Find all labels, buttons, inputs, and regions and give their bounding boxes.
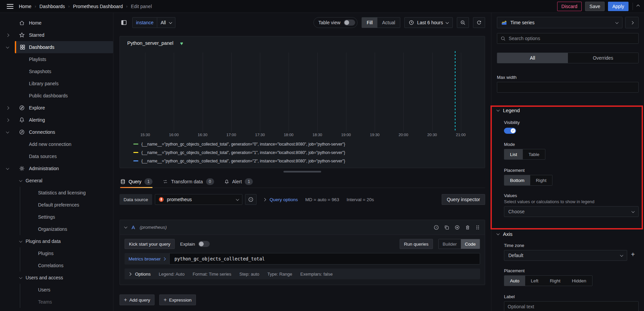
sidebar-item-starred[interactable]: Starred — [0, 29, 113, 41]
sidebar-item-alerting[interactable]: Alerting — [0, 114, 113, 126]
sidebar-item-users[interactable]: Users — [20, 284, 113, 296]
sidebar-item-default-preferences[interactable]: Default preferences — [20, 199, 113, 211]
breadcrumb-home[interactable]: Home — [19, 4, 31, 9]
legend-section-header[interactable]: Legend — [497, 107, 639, 113]
add-time-zone-button[interactable]: + — [627, 251, 639, 258]
chevron-down-icon[interactable] — [6, 130, 9, 133]
panel-resize-handle[interactable] — [283, 171, 321, 173]
variable-label[interactable]: instance — [132, 17, 157, 28]
sidebar-item-correlations[interactable]: Correlations — [20, 259, 113, 272]
time-range-picker[interactable]: Last 6 hours — [404, 17, 453, 28]
sidebar-item-users-and-access[interactable]: Users and access — [0, 272, 113, 284]
zoom-out-button[interactable] — [457, 17, 469, 28]
actual-option[interactable]: Actual — [377, 18, 400, 28]
query-options-toggle[interactable]: Query options — [270, 197, 298, 202]
chevron-down-icon[interactable] — [6, 166, 9, 170]
placement-bottom-option[interactable]: Bottom — [504, 175, 530, 185]
axis-label-input[interactable]: Optional text — [504, 301, 639, 311]
legend-item[interactable]: {__name__="python_gc_objects_collected_t… — [133, 148, 480, 157]
discard-button[interactable]: Discard — [557, 2, 582, 11]
query-row-header[interactable]: A (prometheus) ? — [120, 220, 485, 235]
chevron-right-icon[interactable] — [6, 33, 9, 37]
sidebar-item-organizations[interactable]: Organizations — [20, 223, 113, 235]
chevron-down-icon[interactable] — [6, 45, 9, 49]
query-help-icon[interactable]: ? — [434, 225, 439, 230]
axis-placement-auto[interactable]: Auto — [504, 276, 525, 286]
chevron-down-icon[interactable] — [19, 239, 22, 243]
chevron-down-icon[interactable] — [19, 276, 22, 279]
chevron-right-icon[interactable] — [6, 118, 9, 122]
apply-button[interactable]: Apply — [608, 2, 629, 11]
tab-overrides[interactable]: Overrides — [568, 53, 639, 63]
sidebar-item-playlists[interactable]: Playlists — [0, 53, 113, 65]
time-zone-select[interactable]: Default — [504, 250, 627, 261]
options-toggle[interactable]: Options — [129, 272, 151, 277]
code-option[interactable]: Code — [461, 239, 480, 249]
sidebar-item-explore[interactable]: Explore — [0, 102, 113, 114]
sidebar-item-home[interactable]: Home — [0, 17, 113, 29]
data-source-help-icon[interactable]: ? — [245, 194, 257, 205]
mode-list-option[interactable]: List — [504, 149, 523, 159]
panel-title[interactable]: Python_server_panel — [127, 40, 173, 46]
query-options-bar[interactable]: Options Legend: Auto Format: Time series… — [125, 269, 480, 279]
sidebar-item-settings[interactable]: Settings — [20, 211, 113, 223]
table-view-toggle[interactable] — [344, 20, 355, 26]
axis-placement-hidden[interactable]: Hidden — [566, 276, 592, 286]
axis-placement-left[interactable]: Left — [525, 276, 544, 286]
placement-right-option[interactable]: Right — [530, 175, 552, 185]
sidebar-item-public-dashboards[interactable]: Public dashboards — [0, 90, 113, 102]
explain-toggle[interactable] — [198, 241, 210, 247]
max-width-input[interactable] — [497, 82, 639, 93]
collapse-options-pane-button[interactable] — [625, 17, 639, 28]
duplicate-query-icon[interactable] — [444, 225, 449, 230]
breadcrumb-dashboards[interactable]: Dashboards — [39, 4, 65, 9]
collapse-header-icon[interactable] — [637, 5, 640, 8]
chevron-right-icon[interactable] — [263, 198, 266, 201]
builder-option[interactable]: Builder — [439, 239, 461, 249]
sidebar-item-add-new-connection[interactable]: Add new connection — [0, 138, 113, 150]
metrics-browser-button[interactable]: Metrics browser — [125, 253, 169, 265]
chart-plot-area[interactable] — [133, 50, 473, 132]
search-options-input[interactable]: Search options — [497, 33, 639, 44]
breadcrumb-dashboard-name[interactable]: Prometheus Dashboard — [73, 4, 123, 9]
legend-visibility-toggle[interactable]: ✓ — [504, 128, 516, 134]
expression-button[interactable]: + Expression — [159, 294, 196, 305]
tab-transform-data[interactable]: Transform data 0 — [163, 176, 214, 188]
variable-value-dropdown[interactable]: All — [157, 17, 175, 28]
save-button[interactable]: Save — [585, 2, 605, 11]
dock-menu-icon[interactable] — [120, 18, 128, 27]
sidebar-item-dashboards[interactable]: Dashboards — [0, 41, 113, 53]
sidebar-item-data-sources[interactable]: Data sources — [0, 150, 113, 162]
tab-query[interactable]: Query 1 — [120, 176, 152, 188]
add-query-button[interactable]: + Add query — [120, 294, 155, 305]
axis-section-header[interactable]: Axis — [497, 231, 639, 237]
menu-icon[interactable] — [7, 4, 13, 9]
data-source-picker[interactable]: prometheus — [155, 194, 242, 205]
mode-table-option[interactable]: Table — [523, 149, 545, 159]
chevron-right-icon[interactable] — [6, 106, 9, 110]
drag-handle-icon[interactable] — [475, 225, 480, 230]
delete-query-icon[interactable] — [465, 225, 470, 230]
sidebar-item-statistics-and-licensing[interactable]: Statistics and licensing — [20, 187, 113, 199]
sidebar-item-plugins-and-data[interactable]: Plugins and data — [0, 235, 113, 247]
kick-start-query-button[interactable]: Kick start your query — [125, 239, 175, 249]
tab-all[interactable]: All — [497, 53, 568, 63]
sidebar-item-library-panels[interactable]: Library panels — [0, 77, 113, 90]
sidebar-item-general[interactable]: General — [0, 175, 113, 187]
legend-item[interactable]: {__name__="python_gc_objects_collected_t… — [133, 157, 480, 165]
run-queries-button[interactable]: Run queries — [400, 239, 433, 249]
timeseries-panel[interactable]: Python_server_panel ♥ 15:30 16: — [120, 36, 485, 168]
refresh-button[interactable] — [473, 17, 485, 28]
axis-placement-right[interactable]: Right — [544, 276, 566, 286]
fill-option[interactable]: Fill — [362, 18, 377, 28]
legend-item[interactable]: {__name__="python_gc_objects_collected_t… — [133, 140, 480, 148]
sidebar-item-teams[interactable]: Teams — [20, 296, 113, 308]
legend-values-select[interactable]: Choose — [504, 206, 639, 217]
disable-query-icon[interactable] — [454, 225, 460, 230]
tab-alert[interactable]: Alert 1 — [224, 176, 253, 188]
promql-expression-input[interactable]: python_gc_objects_collected_total — [169, 253, 480, 265]
collapse-query-icon[interactable] — [124, 225, 128, 228]
visualization-picker[interactable]: Time series — [497, 17, 622, 28]
query-ref-id[interactable]: A — [132, 224, 135, 230]
chevron-down-icon[interactable] — [19, 179, 22, 182]
